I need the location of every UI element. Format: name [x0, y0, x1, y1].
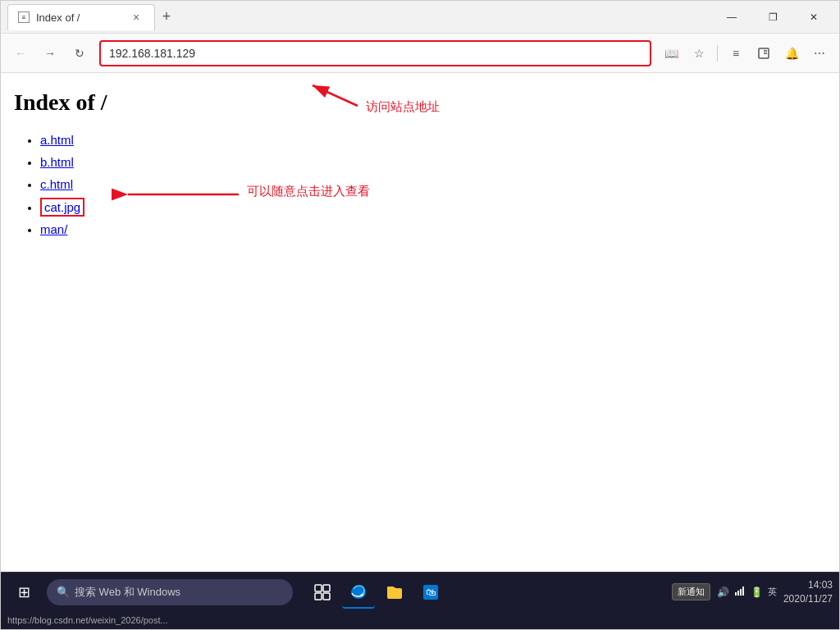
clock-date: 2020/11/27 — [783, 592, 833, 606]
maximize-button[interactable]: ❐ — [754, 4, 792, 30]
taskview-button[interactable] — [306, 576, 339, 609]
minimize-button[interactable]: — — [713, 4, 751, 30]
file-list: a.html b.html c.html cat.jpg man/ — [14, 129, 826, 240]
list-item: c.html — [40, 173, 826, 195]
menu-button[interactable]: ≡ — [723, 40, 749, 66]
svg-rect-15 — [735, 592, 737, 596]
status-bar: https://blog.csdn.net/weixin_2026/post..… — [1, 611, 839, 629]
taskbar: ⊞ 🔍 搜索 Web 和 Windows — [1, 572, 839, 611]
system-tray: 🔊 🔋 英 — [717, 585, 777, 599]
svg-rect-16 — [737, 591, 739, 596]
nav-right-controls: 📖 ☆ ≡ 🔔 ⋯ — [658, 40, 833, 66]
search-placeholder: 搜索 Web 和 Windows — [75, 585, 180, 600]
battery-icon[interactable]: 🔋 — [751, 587, 763, 598]
browser-window: ≡ Index of / × + — ❐ ✕ ← → ↻ 📖 ☆ ≡ — [0, 0, 840, 630]
svg-rect-12 — [392, 587, 395, 590]
taskbar-apps: 🛍 — [306, 576, 447, 609]
tab-favicon: ≡ — [18, 11, 30, 23]
browser-tab[interactable]: ≡ Index of / × — [7, 4, 155, 30]
new-tab-button[interactable]: + — [155, 6, 178, 29]
nav-bar: ← → ↻ 📖 ☆ ≡ 🔔 ⋯ — [1, 34, 839, 73]
ime-icon: 英 — [768, 586, 777, 598]
bookmark-button[interactable]: ☆ — [686, 40, 712, 66]
list-item: b.html — [40, 151, 826, 173]
file-link-c-html[interactable]: c.html — [40, 177, 73, 191]
taskbar-search[interactable]: 🔍 搜索 Web 和 Windows — [47, 579, 293, 605]
file-link-a-html[interactable]: a.html — [40, 133, 74, 147]
refresh-button[interactable]: ↻ — [66, 40, 93, 66]
svg-rect-7 — [315, 593, 322, 600]
close-button[interactable]: ✕ — [795, 4, 833, 30]
svg-rect-6 — [323, 585, 330, 591]
more-button[interactable]: ⋯ — [806, 40, 833, 66]
title-bar: ≡ Index of / × + — ❐ ✕ — [1, 1, 839, 34]
back-button[interactable]: ← — [7, 40, 34, 66]
page-content: Index of / a.html b.html c.html cat.jpg … — [1, 73, 839, 572]
file-link-man[interactable]: man/ — [40, 222, 67, 236]
search-icon: 🔍 — [57, 586, 70, 598]
window-controls: — ❐ ✕ — [713, 4, 833, 30]
list-item-cat-jpg: cat.jpg — [40, 196, 826, 218]
forward-button[interactable]: → — [37, 40, 63, 66]
tab-title: Index of / — [36, 11, 80, 24]
file-link-cat-jpg[interactable]: cat.jpg — [40, 198, 84, 217]
address-bar[interactable] — [99, 40, 651, 66]
volume-icon[interactable]: 🔊 — [717, 587, 729, 598]
svg-rect-17 — [740, 589, 742, 596]
taskbar-clock[interactable]: 14:03 2020/11/27 — [783, 578, 833, 606]
store-taskbar[interactable]: 🛍 — [414, 576, 447, 609]
tab-close-button[interactable]: × — [128, 9, 144, 25]
file-explorer-taskbar[interactable] — [378, 576, 411, 609]
clock-time: 14:03 — [783, 578, 833, 592]
nav-divider — [717, 45, 718, 62]
svg-rect-5 — [315, 585, 322, 591]
svg-text:🛍: 🛍 — [426, 587, 436, 598]
start-button[interactable]: ⊞ — [7, 576, 40, 609]
network-icon[interactable] — [734, 585, 746, 599]
svg-rect-18 — [742, 587, 744, 596]
annotation-text-click: 可以随意点击进入查看 — [247, 184, 370, 199]
svg-rect-8 — [323, 593, 330, 600]
file-link-b-html[interactable]: b.html — [40, 155, 74, 169]
status-url: https://blog.csdn.net/weixin_2026/post..… — [7, 615, 168, 625]
list-item: man/ — [40, 218, 826, 240]
share-button[interactable] — [751, 40, 777, 66]
taskbar-right: 新通知 🔊 🔋 英 14:03 2020/11/27 — [672, 578, 833, 606]
annotation-text-visit: 访问站点地址 — [366, 99, 440, 115]
edge-browser-taskbar[interactable] — [342, 576, 375, 609]
notification-button[interactable]: 新通知 — [672, 583, 710, 600]
profile-button[interactable]: 🔔 — [778, 40, 805, 66]
reader-mode-button[interactable]: 📖 — [658, 40, 684, 66]
tab-area: ≡ Index of / × + — [7, 1, 713, 33]
list-item: a.html — [40, 129, 826, 151]
